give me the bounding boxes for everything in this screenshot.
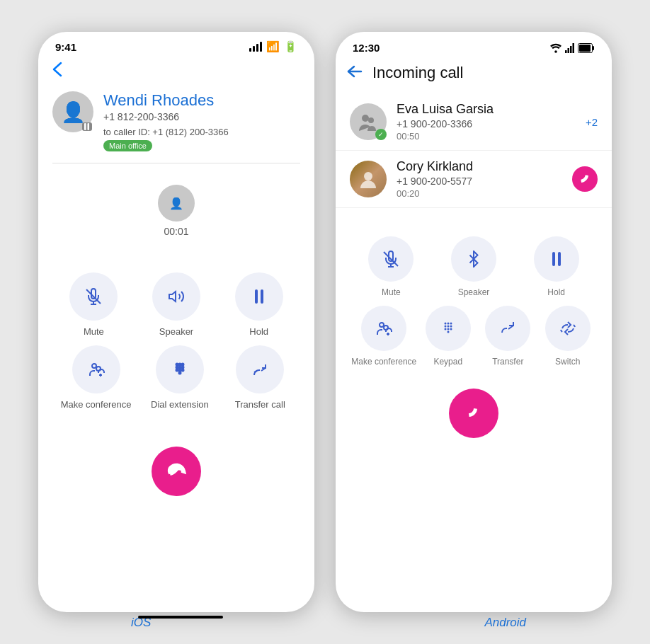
ios-end-call-container xyxy=(52,447,300,496)
android-back-button[interactable] xyxy=(347,64,363,82)
hold-button[interactable]: Hold xyxy=(227,272,291,338)
android-caller-name-2: Cory Kirkland xyxy=(397,159,473,173)
android-transfer-circle xyxy=(485,306,530,351)
android-timer-2: 00:20 xyxy=(397,188,572,199)
svg-point-11 xyxy=(176,366,178,368)
android-mute-button[interactable]: Mute xyxy=(363,236,419,299)
android-phone-end-icon xyxy=(462,402,485,425)
android-keypad-button[interactable]: Keypad xyxy=(420,306,477,368)
ios-app-content: 👤 Wendi Rhoades +1 812-200-3366 to calle… xyxy=(38,56,314,496)
ios-status-bar: 9:41 📶 🔋 xyxy=(38,32,314,56)
mute-icon xyxy=(382,251,399,268)
svg-rect-19 xyxy=(565,50,567,53)
android-speaker-circle xyxy=(451,236,496,282)
android-hold-icon xyxy=(552,252,561,266)
transfer-btn-circle xyxy=(236,345,284,393)
svg-point-29 xyxy=(364,172,372,180)
svg-point-10 xyxy=(181,363,183,365)
dialpad-button[interactable]: Dial extension xyxy=(148,345,212,411)
android-speaker-button[interactable]: Speaker xyxy=(445,236,502,299)
signal-full-icon xyxy=(565,43,575,53)
svg-rect-25 xyxy=(593,46,594,50)
android-conference-icon xyxy=(375,320,392,337)
android-avatar-2 xyxy=(350,161,387,197)
android-speaker-label: Speaker xyxy=(458,287,490,299)
android-caller-name-1: Eva Luisa Garsia xyxy=(397,102,494,117)
plus-count-badge: +2 xyxy=(586,116,598,128)
android-end-call-container xyxy=(336,389,612,438)
caller-id-line: to caller ID: +1 (812) 200-3366 xyxy=(103,127,229,137)
battery-icon: 🔋 xyxy=(284,40,297,53)
dialpad-label: Dial extension xyxy=(151,399,209,411)
mute-label: Mute xyxy=(84,326,104,338)
svg-point-16 xyxy=(181,369,183,371)
android-status-bar: 12:30 xyxy=(336,32,612,57)
android-page-title: Incoming call xyxy=(372,64,463,82)
phones-container: 9:41 📶 🔋 👤 xyxy=(24,18,626,626)
android-keypad-label: Keypad xyxy=(433,357,462,368)
android-transfer-button[interactable]: Transfer xyxy=(479,306,536,368)
phone-icon xyxy=(165,460,188,483)
android-caller-header-1: Eva Luisa Garsia xyxy=(397,102,586,117)
svg-point-12 xyxy=(178,366,181,368)
hold-label: Hold xyxy=(249,326,268,338)
speaker-button[interactable]: Speaker xyxy=(144,272,208,338)
wifi-icon: 📶 xyxy=(266,40,280,53)
android-caller-info-1: Eva Luisa Garsia +1 900-200-3366 00:50 xyxy=(397,102,586,142)
android-switch-label: Switch xyxy=(555,357,580,368)
caller-tag: Main office xyxy=(103,140,152,151)
android-btn-row-1: Mute Speaker xyxy=(350,236,598,299)
android-switch-circle xyxy=(545,306,591,351)
svg-point-18 xyxy=(554,50,557,53)
android-end-call-button[interactable] xyxy=(449,389,498,438)
svg-rect-24 xyxy=(579,45,591,52)
signal-icon xyxy=(249,42,262,52)
end-call-button[interactable] xyxy=(152,447,201,496)
person-icon: 👤 xyxy=(169,197,183,210)
conference-button[interactable]: Make conference xyxy=(61,345,132,411)
transfer-label: Transfer call xyxy=(235,399,285,411)
android-switch-button[interactable]: Switch xyxy=(540,306,596,368)
android-hold-label: Hold xyxy=(547,287,565,299)
svg-point-35 xyxy=(444,322,446,324)
android-caller-info-2: Cory Kirkland +1 900-200-5577 00:20 xyxy=(397,159,572,199)
android-mute-label: Mute xyxy=(382,287,401,299)
caller-details: Wendi Rhoades +1 812-200-3366 to caller … xyxy=(103,91,229,151)
android-mute-circle xyxy=(368,236,414,282)
android-keypad-circle xyxy=(426,306,471,351)
speaker-label: Speaker xyxy=(159,326,193,338)
decline-button[interactable] xyxy=(572,166,598,192)
person-icon: 👤 xyxy=(61,100,86,124)
android-transfer-label: Transfer xyxy=(492,357,523,368)
android-hold-button[interactable]: Hold xyxy=(528,236,585,299)
transfer-button[interactable]: Transfer call xyxy=(228,345,292,411)
call-timer: 00:01 xyxy=(164,226,188,237)
ios-button-row-1: Mute Speaker xyxy=(52,272,300,338)
mute-button[interactable]: Mute xyxy=(62,272,125,338)
android-btn-row-2: Make conference xyxy=(350,306,598,368)
wifi-full-icon xyxy=(549,43,562,53)
android-actions: Mute Speaker xyxy=(336,215,612,367)
android-home-area xyxy=(336,438,612,459)
ios-primary-caller: 👤 Wendi Rhoades +1 812-200-3366 to calle… xyxy=(52,84,300,163)
back-button[interactable] xyxy=(52,56,300,84)
android-caller-item-2: Cory Kirkland +1 900-200-5577 00:20 xyxy=(336,151,612,208)
bluetooth-icon xyxy=(465,251,482,268)
android-transfer-icon xyxy=(499,320,516,337)
ios-action-buttons: Mute Speaker xyxy=(52,272,300,411)
caller-number: +1 812-200-3366 xyxy=(103,111,229,122)
svg-rect-21 xyxy=(570,46,572,53)
ios-button-row-2: Make conference xyxy=(52,345,300,411)
svg-rect-0 xyxy=(84,123,86,130)
ios-second-caller: 👤 00:01 xyxy=(52,163,300,244)
svg-point-39 xyxy=(447,325,449,327)
mute-btn-circle xyxy=(69,272,118,321)
svg-point-37 xyxy=(450,322,452,324)
android-conference-button[interactable]: Make conference xyxy=(351,306,416,368)
speaker-btn-circle xyxy=(152,272,200,321)
ios-home-bar xyxy=(138,616,223,619)
ios-status-icons: 📶 🔋 xyxy=(249,40,297,53)
android-header: Incoming call xyxy=(336,57,612,93)
conference-label: Make conference xyxy=(61,399,132,411)
group-person-icon xyxy=(358,111,379,132)
